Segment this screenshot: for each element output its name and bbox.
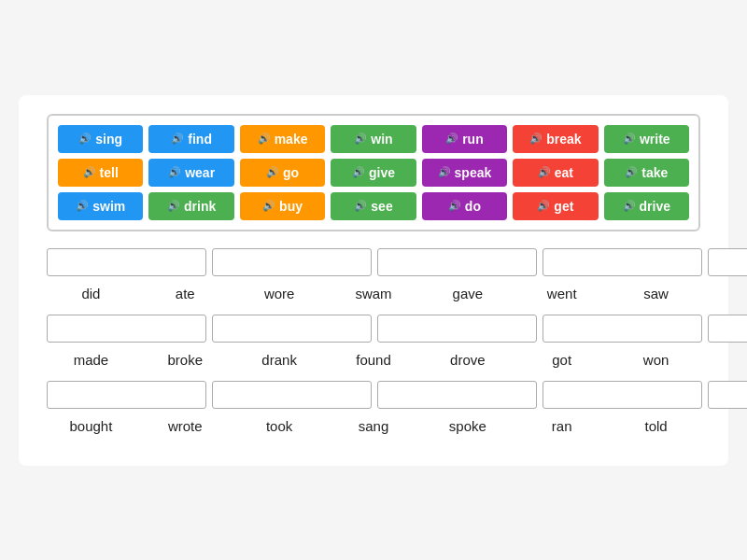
word-btn-get[interactable]: 🔊get bbox=[513, 192, 598, 220]
speaker-icon: 🔊 bbox=[167, 200, 180, 212]
word-btn-run[interactable]: 🔊run bbox=[422, 125, 507, 153]
word-btn-take[interactable]: 🔊take bbox=[604, 159, 689, 187]
speaker-icon: 🔊 bbox=[266, 166, 279, 178]
word-label: eat bbox=[555, 165, 573, 180]
speaker-icon: 🔊 bbox=[354, 133, 367, 145]
word-btn-speak[interactable]: 🔊speak bbox=[422, 159, 507, 187]
word-btn-go[interactable]: 🔊go bbox=[240, 159, 325, 187]
answer-word-1-4: drove bbox=[423, 352, 512, 368]
answer-input-2-3[interactable] bbox=[543, 381, 702, 409]
answer-word-1-3: found bbox=[330, 352, 418, 368]
word-label: make bbox=[275, 132, 308, 147]
answer-word-0-3: swam bbox=[330, 286, 418, 301]
answer-boxes-1 bbox=[47, 315, 700, 343]
speaker-icon: 🔊 bbox=[537, 200, 550, 212]
speaker-icon: 🔊 bbox=[538, 166, 551, 178]
answer-input-2-4[interactable] bbox=[708, 381, 747, 409]
answer-labels-2: boughtwrotetooksangspokerantold bbox=[47, 414, 700, 434]
answer-input-1-0[interactable] bbox=[47, 315, 206, 343]
word-btn-break[interactable]: 🔊break bbox=[513, 125, 598, 153]
answer-boxes-0 bbox=[47, 248, 700, 276]
word-btn-wear[interactable]: 🔊wear bbox=[148, 159, 233, 187]
answer-word-1-5: got bbox=[517, 352, 606, 368]
word-btn-make[interactable]: 🔊make bbox=[240, 125, 325, 153]
word-label: run bbox=[462, 132, 484, 147]
speaker-icon: 🔊 bbox=[529, 133, 543, 145]
answer-word-0-6: saw bbox=[612, 286, 700, 301]
answer-word-2-2: took bbox=[235, 418, 324, 434]
speaker-icon: 🔊 bbox=[448, 200, 461, 212]
speaker-icon: 🔊 bbox=[78, 133, 92, 145]
word-btn-write[interactable]: 🔊write bbox=[604, 125, 689, 153]
word-label: break bbox=[546, 132, 581, 147]
answer-word-2-6: told bbox=[612, 418, 700, 434]
main-container: 🔊sing🔊find🔊make🔊win🔊run🔊break🔊write🔊tell… bbox=[19, 95, 728, 466]
answer-input-0-4[interactable] bbox=[708, 248, 747, 276]
word-button-grid: 🔊sing🔊find🔊make🔊win🔊run🔊break🔊write🔊tell… bbox=[47, 114, 700, 231]
word-btn-give[interactable]: 🔊give bbox=[331, 159, 416, 187]
speaker-icon: 🔊 bbox=[168, 166, 181, 178]
answer-input-0-2[interactable] bbox=[377, 248, 537, 276]
word-label: sing bbox=[95, 132, 122, 147]
answer-word-1-6: won bbox=[612, 352, 700, 368]
word-btn-do[interactable]: 🔊do bbox=[422, 192, 507, 220]
word-btn-eat[interactable]: 🔊eat bbox=[513, 159, 598, 187]
speaker-icon: 🔊 bbox=[76, 200, 89, 212]
answer-input-1-2[interactable] bbox=[377, 315, 537, 343]
answer-input-1-1[interactable] bbox=[212, 315, 372, 343]
word-label: speak bbox=[455, 165, 492, 180]
speaker-icon: 🔊 bbox=[83, 166, 96, 178]
speaker-icon: 🔊 bbox=[352, 166, 365, 178]
answer-input-2-2[interactable] bbox=[377, 381, 537, 409]
word-btn-see[interactable]: 🔊see bbox=[331, 192, 416, 220]
speaker-icon: 🔊 bbox=[438, 166, 451, 178]
answer-word-2-4: spoke bbox=[423, 418, 512, 434]
speaker-icon: 🔊 bbox=[262, 200, 275, 212]
word-label: take bbox=[641, 165, 668, 180]
answer-rows: didateworeswamgavewentsawmadebrokedrankf… bbox=[47, 248, 700, 434]
word-label: do bbox=[465, 199, 481, 214]
answer-row-0: didateworeswamgavewentsaw bbox=[47, 248, 700, 301]
answer-word-1-1: broke bbox=[141, 352, 230, 368]
answer-word-2-3: sang bbox=[330, 418, 418, 434]
word-btn-drive[interactable]: 🔊drive bbox=[604, 192, 689, 220]
word-label: swim bbox=[92, 199, 125, 214]
word-btn-win[interactable]: 🔊win bbox=[331, 125, 416, 153]
speaker-icon: 🔊 bbox=[623, 133, 636, 145]
word-label: wear bbox=[185, 165, 215, 180]
answer-input-1-4[interactable] bbox=[708, 315, 747, 343]
answer-word-0-2: wore bbox=[235, 286, 324, 301]
word-btn-find[interactable]: 🔊find bbox=[148, 125, 233, 153]
answer-input-2-0[interactable] bbox=[47, 381, 206, 409]
word-label: win bbox=[371, 132, 392, 147]
answer-word-1-0: made bbox=[47, 352, 135, 368]
answer-input-0-0[interactable] bbox=[47, 248, 206, 276]
speaker-icon: 🔊 bbox=[354, 200, 367, 212]
word-label: drive bbox=[640, 199, 670, 214]
word-btn-drink[interactable]: 🔊drink bbox=[148, 192, 233, 220]
word-label: buy bbox=[279, 199, 303, 214]
answer-word-0-0: did bbox=[47, 286, 135, 301]
word-btn-sing[interactable]: 🔊sing bbox=[58, 125, 143, 153]
speaker-icon: 🔊 bbox=[625, 166, 638, 178]
answer-labels-0: didateworeswamgavewentsaw bbox=[47, 282, 700, 301]
word-btn-buy[interactable]: 🔊buy bbox=[240, 192, 325, 220]
speaker-icon: 🔊 bbox=[171, 133, 184, 145]
word-label: see bbox=[371, 199, 392, 214]
word-label: tell bbox=[100, 165, 119, 180]
speaker-icon: 🔊 bbox=[623, 200, 636, 212]
answer-word-0-4: gave bbox=[423, 286, 512, 301]
answer-word-1-2: drank bbox=[235, 352, 324, 368]
word-label: get bbox=[554, 199, 573, 214]
word-label: go bbox=[283, 165, 299, 180]
answer-row-2: boughtwrotetooksangspokerantold bbox=[47, 381, 700, 434]
answer-input-0-3[interactable] bbox=[543, 248, 702, 276]
answer-labels-1: madebrokedrankfounddrovegotwon bbox=[47, 348, 700, 368]
answer-word-0-5: went bbox=[517, 286, 606, 301]
answer-word-2-0: bought bbox=[47, 418, 135, 434]
word-btn-tell[interactable]: 🔊tell bbox=[58, 159, 143, 187]
answer-input-0-1[interactable] bbox=[212, 248, 372, 276]
answer-input-2-1[interactable] bbox=[212, 381, 372, 409]
answer-input-1-3[interactable] bbox=[543, 315, 702, 343]
word-btn-swim[interactable]: 🔊swim bbox=[58, 192, 143, 220]
